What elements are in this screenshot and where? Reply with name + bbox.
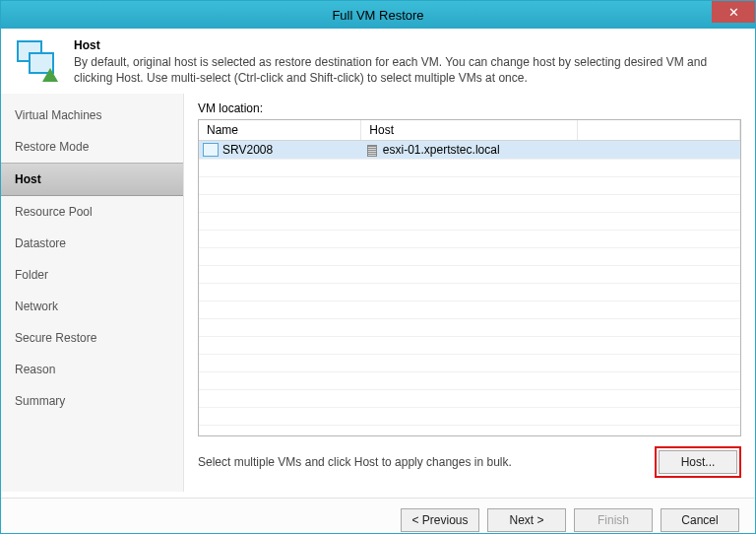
sidebar-step[interactable]: Network xyxy=(1,291,183,322)
table-row[interactable] xyxy=(199,426,740,437)
vm-name: SRV2008 xyxy=(222,143,273,157)
sidebar-step[interactable]: Folder xyxy=(1,259,183,291)
table-row[interactable] xyxy=(199,337,740,355)
table-row[interactable] xyxy=(199,355,740,372)
page-title: Host xyxy=(74,38,741,52)
table-row[interactable] xyxy=(199,408,740,426)
cancel-button[interactable]: Cancel xyxy=(661,508,739,532)
table-row[interactable] xyxy=(199,231,740,248)
sidebar-step[interactable]: Datastore xyxy=(1,228,183,259)
vm-location-label: VM location: xyxy=(198,101,741,115)
table-row[interactable] xyxy=(199,284,740,301)
wizard-header-text: Host By default, original host is select… xyxy=(74,38,741,86)
table-row[interactable] xyxy=(199,372,740,390)
previous-button[interactable]: < Previous xyxy=(401,508,479,532)
next-button[interactable]: Next > xyxy=(487,508,566,532)
wizard-body: Virtual MachinesRestore ModeHostResource… xyxy=(1,94,755,492)
finish-button[interactable]: Finish xyxy=(574,508,653,532)
table-row[interactable] xyxy=(199,319,740,337)
host-wizard-icon xyxy=(15,38,62,86)
close-button[interactable]: ✕ xyxy=(712,1,755,23)
wizard-header: Host By default, original host is select… xyxy=(1,29,755,94)
sidebar-step[interactable]: Reason xyxy=(1,354,183,385)
host-button-highlight: Host... xyxy=(655,446,741,478)
titlebar: Full VM Restore ✕ xyxy=(1,1,755,29)
table-row[interactable]: SRV2008esxi-01.xpertstec.local xyxy=(199,141,740,160)
sidebar-step[interactable]: Secure Restore xyxy=(1,322,183,354)
page-description: By default, original host is selected as… xyxy=(74,54,741,86)
sidebar-step[interactable]: Virtual Machines xyxy=(1,100,183,131)
sidebar-step[interactable]: Summary xyxy=(1,385,183,417)
host-button[interactable]: Host... xyxy=(659,450,737,474)
bulk-hint: Select multiple VMs and click Host to ap… xyxy=(198,455,512,469)
table-row[interactable] xyxy=(199,160,740,177)
col-name-header[interactable]: Name xyxy=(199,120,361,141)
vm-location-table[interactable]: Name Host SRV2008esxi-01.xpertstec.local xyxy=(198,119,741,436)
col-host-header[interactable]: Host xyxy=(361,120,578,141)
host-name: esxi-01.xpertstec.local xyxy=(383,143,500,157)
sidebar-step[interactable]: Resource Pool xyxy=(1,196,183,228)
sidebar-step[interactable]: Host xyxy=(1,163,183,196)
host-server-icon xyxy=(367,145,377,157)
table-row[interactable] xyxy=(199,177,740,195)
vm-icon xyxy=(205,145,219,157)
sidebar-step[interactable]: Restore Mode xyxy=(1,131,183,163)
table-row[interactable] xyxy=(199,213,740,231)
table-row[interactable] xyxy=(199,195,740,213)
table-row[interactable] xyxy=(199,390,740,408)
table-row[interactable] xyxy=(199,301,740,319)
close-icon: ✕ xyxy=(728,5,739,20)
wizard-steps-sidebar: Virtual MachinesRestore ModeHostResource… xyxy=(1,94,184,492)
col-spacer xyxy=(578,120,740,141)
table-row[interactable] xyxy=(199,248,740,266)
window-title: Full VM Restore xyxy=(332,8,423,23)
wizard-footer: < Previous Next > Finish Cancel xyxy=(1,498,755,534)
table-row[interactable] xyxy=(199,266,740,284)
wizard-main-panel: VM location: Name Host SRV2008esxi-01.xp… xyxy=(184,94,755,492)
